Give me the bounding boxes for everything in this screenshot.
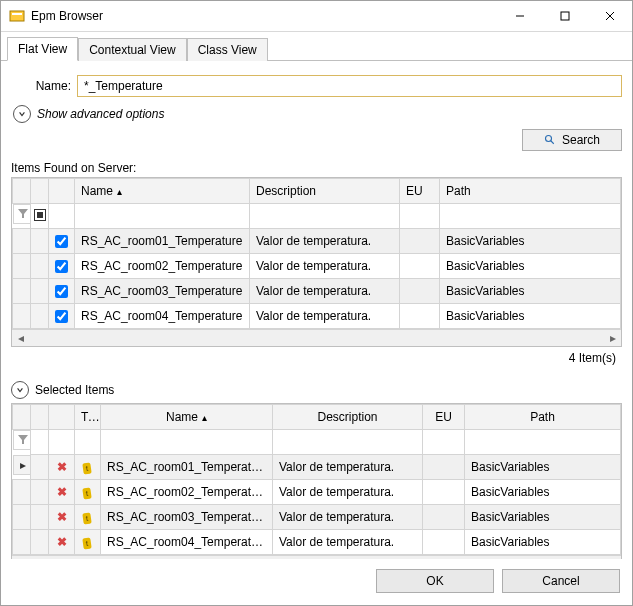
column-header-type[interactable]: Type: [75, 405, 101, 430]
row-checkbox[interactable]: [55, 235, 68, 248]
cell-path: BasicVariables: [440, 229, 621, 254]
table-row[interactable]: RS_AC_room03_Temperature Valor de temper…: [13, 279, 621, 304]
column-header-path[interactable]: Path: [440, 179, 621, 204]
svg-point-6: [545, 136, 551, 142]
cell-path: BasicVariables: [440, 304, 621, 329]
table-row[interactable]: RS_AC_room01_Temperature Valor de temper…: [13, 229, 621, 254]
selected-items-label: Selected Items: [35, 383, 114, 397]
column-header-name[interactable]: Name: [75, 179, 250, 204]
items-found-count: 4 Item(s): [11, 347, 622, 371]
svg-rect-3: [561, 12, 569, 20]
window-title: Epm Browser: [31, 9, 497, 23]
items-found-label: Items Found on Server:: [11, 161, 622, 175]
row-checkbox[interactable]: [55, 260, 68, 273]
column-header-description[interactable]: Description: [250, 179, 400, 204]
table-row[interactable]: ✖ t RS_AC_room03_Temperature Valor de te…: [13, 505, 621, 530]
table-row[interactable]: RS_AC_room04_Temperature Valor de temper…: [13, 304, 621, 329]
cell-eu: [400, 229, 440, 254]
name-input[interactable]: [77, 75, 622, 97]
grid-corner: [49, 179, 75, 204]
dialog-buttons: OK Cancel: [1, 559, 632, 605]
items-found-grid[interactable]: Name Description EU Path: [12, 178, 621, 329]
cell-name: RS_AC_room02_Temperature: [101, 480, 273, 505]
delete-icon[interactable]: ✖: [57, 535, 67, 549]
cell-desc: Valor de temperatura.: [250, 254, 400, 279]
cell-desc: Valor de temperatura.: [273, 505, 423, 530]
selected-items-panel: Type Name Description EU Path: [11, 403, 622, 559]
grid-corner: [13, 179, 31, 204]
filter-icon[interactable]: [13, 430, 33, 450]
name-row: Name:: [11, 75, 622, 97]
svg-line-7: [551, 141, 554, 144]
column-header-eu[interactable]: EU: [423, 405, 465, 430]
ok-button[interactable]: OK: [376, 569, 494, 593]
table-row[interactable]: ✖ t RS_AC_room02_Temperature Valor de te…: [13, 480, 621, 505]
tab-contextual-view[interactable]: Contextual View: [78, 38, 187, 61]
filter-row: [13, 430, 621, 455]
cell-name: RS_AC_room04_Temperature: [101, 530, 273, 555]
search-button-label: Search: [562, 133, 600, 147]
svg-rect-1: [12, 13, 22, 15]
delete-icon[interactable]: ✖: [57, 460, 67, 474]
row-checkbox[interactable]: [55, 285, 68, 298]
cell-desc: Valor de temperatura.: [250, 229, 400, 254]
cell-name: RS_AC_room03_Temperature: [75, 279, 250, 304]
cell-eu: [423, 455, 465, 480]
cell-desc: Valor de temperatura.: [250, 279, 400, 304]
search-button[interactable]: Search: [522, 129, 622, 151]
svg-marker-8: [18, 209, 28, 218]
cancel-button[interactable]: Cancel: [502, 569, 620, 593]
grid-corner: [13, 405, 31, 430]
maximize-button[interactable]: [542, 2, 587, 31]
cell-desc: Valor de temperatura.: [273, 530, 423, 555]
table-row[interactable]: RS_AC_room02_Temperature Valor de temper…: [13, 254, 621, 279]
close-button[interactable]: [587, 2, 632, 31]
cell-eu: [400, 304, 440, 329]
search-icon: [544, 134, 556, 146]
delete-icon[interactable]: ✖: [57, 510, 67, 524]
table-row[interactable]: ✖ t RS_AC_room04_Temperature Valor de te…: [13, 530, 621, 555]
column-header-path[interactable]: Path: [465, 405, 621, 430]
titlebar: Epm Browser: [1, 1, 632, 32]
column-header-eu[interactable]: EU: [400, 179, 440, 204]
minimize-button[interactable]: [497, 2, 542, 31]
svg-marker-9: [18, 435, 28, 444]
advanced-options-label: Show advanced options: [37, 107, 164, 121]
type-icon: t: [83, 512, 93, 524]
cell-path: BasicVariables: [440, 279, 621, 304]
chevron-down-icon: [11, 381, 29, 399]
cell-desc: Valor de temperatura.: [273, 455, 423, 480]
selected-items-toggle[interactable]: Selected Items: [11, 381, 622, 399]
cell-path: BasicVariables: [465, 455, 621, 480]
type-icon: t: [83, 462, 93, 474]
cell-eu: [400, 279, 440, 304]
cell-eu: [423, 530, 465, 555]
tab-flat-view[interactable]: Flat View: [7, 37, 78, 61]
search-row: Search: [11, 129, 622, 151]
grid-corner: [31, 179, 49, 204]
delete-icon[interactable]: ✖: [57, 485, 67, 499]
type-icon: t: [83, 537, 93, 549]
cell-path: BasicVariables: [440, 254, 621, 279]
selected-items-grid[interactable]: Type Name Description EU Path: [12, 404, 621, 555]
row-checkbox[interactable]: [55, 310, 68, 323]
checkbox-header[interactable]: [31, 204, 49, 229]
svg-rect-0: [10, 11, 24, 21]
advanced-options-toggle[interactable]: Show advanced options: [13, 105, 622, 123]
cell-name: RS_AC_room04_Temperature: [75, 304, 250, 329]
column-header-description[interactable]: Description: [273, 405, 423, 430]
tab-class-view[interactable]: Class View: [187, 38, 268, 61]
cell-eu: [423, 480, 465, 505]
window: Epm Browser Flat View Contextual View Cl…: [0, 0, 633, 606]
app-icon: [9, 8, 25, 24]
table-row[interactable]: ▸ ✖ t RS_AC_room01_Temperature Valor de …: [13, 455, 621, 480]
cell-name: RS_AC_room01_Temperature: [101, 455, 273, 480]
tabstrip: Flat View Contextual View Class View: [1, 32, 632, 61]
scroll-left-icon[interactable]: ◂: [12, 330, 29, 346]
filter-icon[interactable]: [13, 204, 33, 224]
horizontal-scrollbar[interactable]: ◂ ▸: [12, 329, 621, 346]
cell-name: RS_AC_room01_Temperature: [75, 229, 250, 254]
items-found-panel: Name Description EU Path: [11, 177, 622, 347]
column-header-name[interactable]: Name: [101, 405, 273, 430]
scroll-right-icon[interactable]: ▸: [604, 330, 621, 346]
